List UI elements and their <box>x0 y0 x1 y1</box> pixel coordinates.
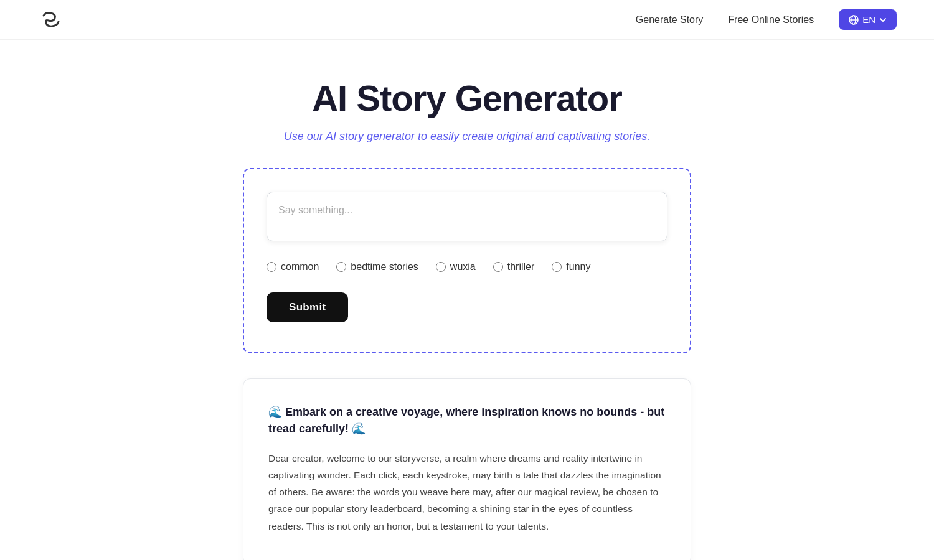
radio-bedtime[interactable] <box>336 262 346 272</box>
free-stories-link[interactable]: Free Online Stories <box>728 14 814 26</box>
logo-area <box>37 6 66 34</box>
genre-radio-group: common bedtime stories wuxia thriller fu… <box>267 261 667 273</box>
genre-funny-label: funny <box>566 261 590 273</box>
genre-thriller-label: thriller <box>507 261 535 273</box>
genre-funny[interactable]: funny <box>552 261 590 273</box>
radio-wuxia[interactable] <box>436 262 446 272</box>
navbar: Generate Story Free Online Stories EN <box>0 0 934 40</box>
radio-thriller[interactable] <box>493 262 503 272</box>
genre-common-label: common <box>281 261 319 273</box>
lang-label: EN <box>862 14 875 25</box>
globe-icon <box>849 15 859 25</box>
genre-common[interactable]: common <box>267 261 319 273</box>
genre-bedtime-label: bedtime stories <box>351 261 418 273</box>
page-title: AI Story Generator <box>312 77 622 119</box>
main-content: AI Story Generator Use our AI story gene… <box>0 40 934 560</box>
genre-bedtime[interactable]: bedtime stories <box>336 261 418 273</box>
info-body: Dear creator, welcome to our storyverse,… <box>268 450 666 534</box>
generate-story-link[interactable]: Generate Story <box>636 14 704 26</box>
submit-button[interactable]: Submit <box>267 292 348 322</box>
chevron-down-icon <box>879 16 887 24</box>
story-form-container: common bedtime stories wuxia thriller fu… <box>243 168 691 353</box>
logo-icon[interactable] <box>37 6 66 34</box>
info-card: 🌊 Embark on a creative voyage, where ins… <box>243 378 691 560</box>
radio-common[interactable] <box>267 262 276 272</box>
navbar-links: Generate Story Free Online Stories EN <box>636 9 897 30</box>
genre-thriller[interactable]: thriller <box>493 261 535 273</box>
genre-wuxia[interactable]: wuxia <box>436 261 476 273</box>
genre-wuxia-label: wuxia <box>450 261 476 273</box>
story-input[interactable] <box>267 192 667 241</box>
page-subtitle: Use our AI story generator to easily cre… <box>284 130 651 143</box>
info-headline: 🌊 Embark on a creative voyage, where ins… <box>268 404 666 437</box>
radio-funny[interactable] <box>552 262 562 272</box>
language-button[interactable]: EN <box>839 9 897 30</box>
